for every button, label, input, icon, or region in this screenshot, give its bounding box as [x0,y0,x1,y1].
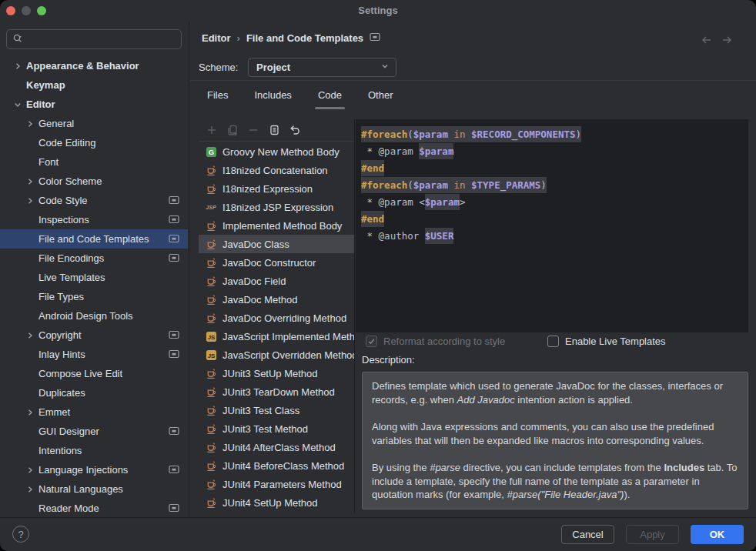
sidebar-item-inlay-hints[interactable]: Inlay Hints [0,345,188,364]
sidebar-item-code-style[interactable]: Code Style [0,191,188,210]
settings-sidebar: Appearance & BehaviorKeymapEditorGeneral… [0,22,189,517]
breadcrumb-editor[interactable]: Editor [202,32,231,44]
sidebar-item-code-editing[interactable]: Code Editing [0,133,188,152]
cancel-button[interactable]: Cancel [561,525,614,544]
java-template-icon [205,312,217,324]
chevron-right-icon[interactable] [22,175,38,188]
template-item-i18nized-jsp-expression[interactable]: JSPI18nized JSP Expression [199,198,354,216]
chevron-right-icon[interactable] [22,406,38,419]
template-item-junit3-teardown-method[interactable]: JUnit3 TearDown Method [199,382,354,401]
sidebar-item-intentions[interactable]: Intentions [0,441,188,460]
sidebar-item-label: Code Style [38,195,88,206]
chevron-right-icon[interactable] [22,329,38,342]
sidebar-item-color-scheme[interactable]: Color Scheme [0,172,188,191]
sidebar-item-font[interactable]: Font [0,152,188,172]
tab-label: Files [207,89,228,101]
tab-includes[interactable]: Includes [251,81,294,109]
code-line: * @author $USER [361,228,748,245]
chevron-right-icon[interactable] [9,60,26,72]
sidebar-item-general[interactable]: General [0,114,188,133]
breadcrumb: Editor › File and Code Templates [202,32,380,44]
template-item-implemented-method-body[interactable]: Implemented Method Body [199,216,354,235]
template-item-javascript-implemented-method[interactable]: JSJavaScript Implemented Method [199,327,354,346]
sidebar-item-reader-mode[interactable]: Reader Mode [0,499,188,518]
tab-other[interactable]: Other [365,81,396,109]
template-item-javadoc-field[interactable]: JavaDoc Field [199,272,354,290]
add-button [206,124,218,136]
template-item-junit4-setup-method[interactable]: JUnit4 SetUp Method [199,493,354,512]
back-arrow-icon[interactable] [701,34,713,46]
description-paragraph: Defines template which used to generate … [372,379,738,406]
sidebar-item-copyright[interactable]: Copyright [0,326,188,345]
template-item-junit4-afterclass-method[interactable]: JUnit4 AfterClass Method [199,438,354,456]
sidebar-item-keymap[interactable]: Keymap [0,75,188,95]
java-template-icon [205,422,217,435]
sidebar-item-inspections[interactable]: Inspections [0,210,188,229]
sidebar-item-natural-languages[interactable]: Natural Languages [0,479,188,499]
sidebar-item-appearance-behavior[interactable]: Appearance & Behavior [0,56,188,75]
sidebar-item-duplicates[interactable]: Duplicates [0,383,188,402]
template-item-javadoc-class[interactable]: JavaDoc Class [199,235,354,253]
chevron-spacer [22,426,38,438]
enable-live-templates-checkbox[interactable] [547,336,559,347]
chevron-down-icon[interactable] [9,99,26,111]
description-panel[interactable]: Defines template which used to generate … [362,372,748,509]
sidebar-item-compose-live-edit[interactable]: Compose Live Edit [0,364,188,383]
sidebar-item-editor[interactable]: Editor [0,95,188,114]
tab-files[interactable]: Files [204,81,231,109]
code-token: $param [413,126,448,142]
code-token: ( [407,126,413,142]
template-item-i18nized-expression[interactable]: I18nized Expression [199,179,354,198]
tab-code[interactable]: Code [315,81,345,109]
dialog-footer: ? Cancel Apply OK [0,517,756,551]
template-item-javadoc-method[interactable]: JavaDoc Method [199,290,354,309]
sidebar-item-file-encodings[interactable]: File Encodings [0,249,188,268]
chevron-right-icon[interactable] [22,195,38,207]
scheme-select[interactable]: Project [248,58,396,77]
sidebar-item-file-types[interactable]: File Types [0,287,188,306]
project-level-icon [370,32,380,44]
template-item-i18nized-concatenation[interactable]: I18nized Concatenation [199,161,354,179]
template-item-label: JUnit3 Test Method [222,423,308,435]
settings-search-input[interactable] [6,29,182,49]
template-item-groovy-new-method-body[interactable]: GGroovy New Method Body [199,142,354,161]
sidebar-item-android-design-tools[interactable]: Android Design Tools [0,306,188,326]
template-item-label: JavaDoc Overriding Method [222,312,346,324]
help-button[interactable]: ? [12,526,29,543]
code-token: $param [413,177,448,193]
chevron-right-icon[interactable] [22,464,38,476]
chevron-right-icon[interactable] [22,118,38,130]
ok-button[interactable]: OK [691,525,744,544]
template-list-toolbar [199,119,354,142]
sidebar-item-language-injections[interactable]: Language Injections [0,460,188,479]
template-item-junit4-parameters-method[interactable]: JUnit4 Parameters Method [199,475,354,493]
sidebar-item-emmet[interactable]: Emmet [0,402,188,422]
sidebar-item-label: Keymap [26,79,65,91]
template-item-junit3-test-class[interactable]: JUnit3 Test Class [199,401,354,419]
chevron-down-icon [380,62,390,73]
template-item-label: I18nized JSP Expression [222,202,333,213]
java-template-icon [205,164,217,176]
template-item-junit3-setup-method[interactable]: JUnit3 SetUp Method [199,364,354,382]
sidebar-item-label: File Types [38,291,84,302]
template-item-junit3-test-method[interactable]: JUnit3 Test Method [199,419,354,438]
template-item-javascript-overridden-method[interactable]: JSJavaScript Overridden Method [199,346,354,364]
template-item-label: JavaDoc Method [222,294,298,306]
sidebar-item-live-templates[interactable]: Live Templates [0,268,188,287]
project-level-icon [169,330,179,342]
duplicate-button[interactable] [268,124,280,136]
template-item-javadoc-constructor[interactable]: JavaDoc Constructor [199,253,354,272]
forward-arrow-icon[interactable] [721,34,733,46]
sidebar-item-gui-designer[interactable]: GUI Designer [0,422,188,441]
template-item-label: JUnit4 BeforeClass Method [222,460,344,472]
sidebar-item-label: Intentions [38,445,82,456]
apply-button[interactable]: Apply [626,525,679,544]
java-template-icon [205,275,217,287]
chevron-right-icon[interactable] [22,483,38,496]
template-item-javadoc-overriding-method[interactable]: JavaDoc Overriding Method [199,309,354,327]
template-code-editor[interactable]: #foreach($param in $RECORD_COMPONENTS) *… [356,119,748,332]
sidebar-item-file-and-code-templates[interactable]: File and Code Templates [0,229,188,249]
code-token [466,177,472,193]
reset-to-default-button[interactable] [289,124,301,136]
template-item-junit4-beforeclass-method[interactable]: JUnit4 BeforeClass Method [199,456,354,475]
